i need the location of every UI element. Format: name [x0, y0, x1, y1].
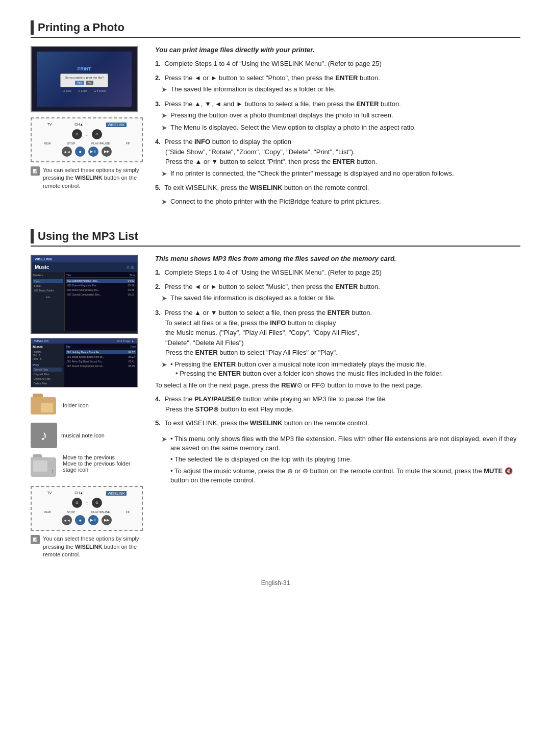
mp3-step-2-text: Press the ◄ or ► button to select "Music… — [164, 283, 380, 290]
page-number: English-31 — [261, 579, 290, 587]
printing-intro: You can print image files directly with … — [155, 46, 520, 54]
mp3-list-row-4: 007 Sound Composition Det an... 06:15 — [66, 364, 136, 368]
folder-icon-row: folder icon — [31, 394, 143, 417]
folder-prev-label-line2: Move to the previous folder stage icon — [63, 460, 143, 473]
mp3-music-label: Music — [33, 345, 62, 349]
mp3-note-arrow: ➤ • This menu only shows files with the … — [161, 434, 520, 485]
printing-step-3: 3. Press the ▲, ▼, ◄ and ► buttons to se… — [155, 99, 520, 133]
mp3-row4-name: 007 Sound Composition Det an... — [67, 364, 105, 368]
step-2-arrow-text: The saved file information is displayed … — [170, 85, 336, 94]
mp3-content: WISELINK Music ⊙ ☰ Folders Open Folder 0… — [31, 255, 520, 558]
mp3-col-time: Time — [130, 345, 136, 348]
mp3-step-3-text: Press the ▲ or ▼ button to select a file… — [164, 309, 372, 316]
remote-btn-playpause: ▶⏸ — [88, 147, 98, 157]
mp3-list-row-1: 001 Holiday Dance Track Fe... 04:07 — [66, 350, 136, 354]
music-folder-item-music: 001 Music Folder — [33, 288, 63, 292]
printing-steps: 1. Complete Steps 1 to 4 of "Using the W… — [155, 59, 520, 193]
mp3-step-3-arrow1-text: • Pressing the ENTER button over a music… — [170, 360, 427, 368]
mp3-play-option-2: Copy All Files — [33, 372, 62, 376]
mp3-remote-btn-ff: ⊙ — [92, 498, 102, 508]
step-2-arrow: ➤ The saved file information is displaye… — [161, 85, 520, 95]
mp3-note-3: • To adjust the music volume, press the … — [170, 467, 520, 485]
mp3-remote-space: ⬡ — [85, 501, 89, 505]
mp3-row2-time: 05:22 — [128, 355, 135, 358]
music-folder-label: Folders — [33, 274, 63, 278]
mp3-menu-item2: Files : 5 — [33, 357, 62, 360]
mp3-remote-tv-ch-row: TV CH▲ WISELINK — [36, 491, 138, 496]
screen-content: PRINT Do you want to print the file? Yes… — [57, 64, 111, 94]
note-icon-label: musical note icon — [61, 432, 105, 438]
music-item-3-name: 001 Retro Sound Song Tra... — [67, 288, 100, 291]
mp3-remote-dpad-row2: ◄◄ ■ ▶⏸ ▶▶ — [36, 515, 138, 526]
music-col-time: Time — [130, 274, 135, 277]
step-4-print: Press the ▲ or ▼ button to select "Print… — [165, 158, 377, 165]
step-5-text: To exit WISELINK, press the WISELINK but… — [164, 184, 369, 191]
printing-section: Printing a Photo PRINT Do you want to pr… — [31, 20, 520, 209]
printing-step-1: 1. Complete Steps 1 to 4 of "Using the W… — [155, 59, 520, 69]
music-right-panel: Title Time 001 Dancing Holiday Fest... 0… — [65, 272, 137, 331]
mp3-step-2-arrow: ➤ The saved file information is displaye… — [161, 294, 520, 304]
printing-final-arrow: ➤ Connect to the photo printer with the … — [161, 197, 520, 207]
remote-btn-stop: ■ — [75, 147, 85, 157]
folder-icon-label: folder icon — [63, 402, 89, 408]
music-folder-item-open: Open — [33, 279, 63, 283]
mp3-step-num-2: 2. — [155, 283, 161, 290]
printing-right-col: You can print image files directly with … — [155, 46, 520, 209]
mp3-row3-name: 001 Retro Big Band Sound Tra... — [67, 360, 104, 363]
section-header-printing: Printing a Photo — [31, 20, 520, 38]
step-2-text: Press the ◄ or ► button to select "Photo… — [164, 74, 380, 82]
remote-labels-rew-stop-ff: REW STOP PLAY/PAUSE FF — [36, 142, 138, 145]
mp3-menu-header: WISELINK 001 Page ▲ — [31, 338, 137, 344]
mp3-menu-body: Music Folders 001 : 1 Files : 5 Play Pla… — [31, 344, 137, 387]
remote-wiselink-label: WISELINK — [106, 123, 126, 127]
music-list-header: Title Time — [66, 274, 135, 278]
mp3-step-1: 1. Complete Steps 1 to 4 of "Using the W… — [155, 267, 520, 278]
folder-prev-arrow-sym: ↑ — [51, 468, 54, 475]
mp3-step-3-nextpage: To select a file on the next page, press… — [155, 380, 520, 391]
mp3-remote-tv-label: TV — [47, 491, 52, 496]
step-4-text: Press the INFO button to display the opt… — [164, 138, 291, 145]
mp3-step-1-text: Complete Steps 1 to 4 of "Using the WISE… — [164, 269, 381, 276]
remote-btn-left: ◄◄ — [62, 147, 72, 157]
mp3-remote-labels: REW STOP PLAY/PAUSE FF — [36, 510, 138, 514]
mp3-step-3: 3. Press the ▲ or ▼ button to select a f… — [155, 308, 520, 390]
mp3-step-3-line4: "Delete", "Delete All Files") — [165, 339, 244, 347]
mp3-note-arrow-sym: ➤ — [161, 434, 167, 445]
note-symbol: ♪ — [40, 427, 47, 444]
remote-label-space: ⬡ — [85, 133, 89, 136]
mp3-play-option-4: Delete Files — [33, 381, 62, 385]
folder-prev-label-line1: Move to the previous — [63, 454, 143, 460]
printing-step-4: 4. Press the INFO button to display the … — [155, 137, 520, 179]
mp3-caption-text: You can select these options by simply p… — [43, 535, 143, 558]
mp3-menu-right: Title Time 001 Holiday Dance Track Fe...… — [64, 344, 137, 387]
mp3-remote-wiselink-label: WISELINK — [106, 491, 126, 496]
music-item-1-name: 001 Dancing Holiday Fest... — [67, 279, 98, 282]
mp3-section: Using the MP3 List WISELINK Music ⊙ ☰ Fo… — [31, 229, 520, 558]
mp3-remote-btn-play: ▶⏸ — [88, 515, 98, 525]
mp3-nextpage-text: To select a file on the next page, press… — [155, 381, 422, 389]
mp3-left-col: WISELINK Music ⊙ ☰ Folders Open Folder 0… — [31, 255, 143, 558]
mp3-play-option-3: Delete All Files — [33, 377, 62, 381]
music-nav-icons: ⊙ ☰ — [127, 265, 134, 270]
mp3-step-2: 2. Press the ◄ or ► button to select "Mu… — [155, 282, 520, 304]
mp3-remote-playpause-label: PLAY/PAUSE — [91, 510, 110, 514]
remote-tv-label: TV — [47, 123, 52, 127]
step-4-arrow-text: If no printer is connected, the "Check t… — [170, 169, 454, 178]
mp3-row4-time: 06:15 — [128, 364, 135, 368]
folder-prev-icon: ↑ — [31, 454, 59, 480]
mp3-step-3-line3: the Music menus. ("Play", "Play All File… — [165, 329, 359, 336]
step-num-4: 4. — [155, 138, 161, 145]
mp3-remote-btn-left: ◄◄ — [62, 515, 72, 525]
arrow-sym: ➤ — [161, 85, 167, 95]
printing-final-arrow-text: Connect to the photo printer with the Pi… — [170, 197, 381, 206]
mp3-step-3-arrow1-content: • Pressing the ENTER button over a music… — [170, 360, 443, 378]
mp3-caption-icon: 📝 — [31, 535, 40, 544]
music-title-label: Music — [35, 264, 49, 270]
music-list-item-1: 001 Dancing Holiday Fest... 04:07 — [66, 279, 135, 283]
music-list-item-2: 001 Dance Mega Mix Fra... 05:22 — [66, 283, 135, 287]
mp3-list-row-2: 001 Mega Sound Beats from gr... 05:22 — [66, 355, 136, 359]
step-num-1: 1. — [155, 60, 161, 67]
step-4-arrow: ➤ If no printer is connected, the "Check… — [161, 169, 520, 179]
step-3-arrow1: ➤ Pressing the button over a photo thumb… — [161, 111, 520, 121]
step-num-5: 5. — [155, 184, 161, 191]
